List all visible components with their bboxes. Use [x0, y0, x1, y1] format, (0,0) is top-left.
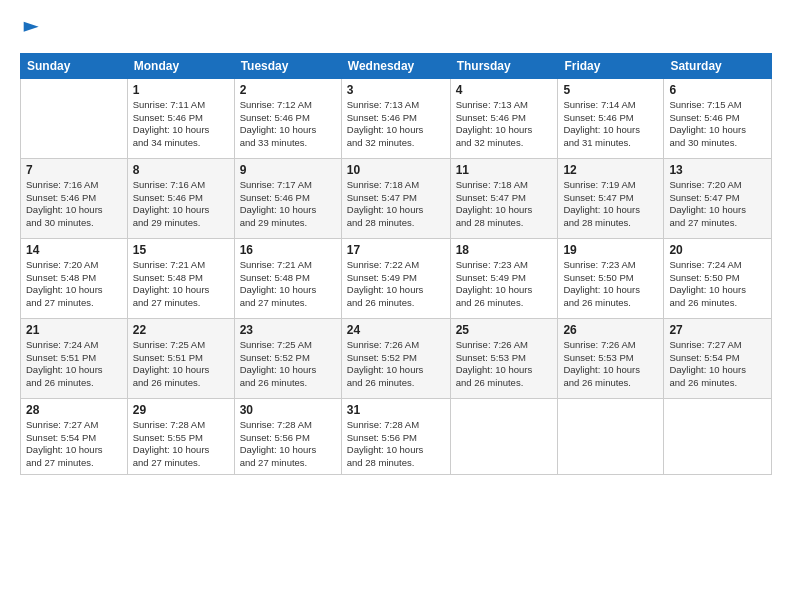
calendar-cell: 11Sunrise: 7:18 AM Sunset: 5:47 PM Dayli…	[450, 158, 558, 238]
day-info: Sunrise: 7:12 AM Sunset: 5:46 PM Dayligh…	[240, 99, 336, 150]
logo-general	[20, 20, 42, 45]
day-number: 21	[26, 323, 122, 337]
day-info: Sunrise: 7:13 AM Sunset: 5:46 PM Dayligh…	[347, 99, 445, 150]
calendar-cell: 14Sunrise: 7:20 AM Sunset: 5:48 PM Dayli…	[21, 238, 128, 318]
weekday-header-row: SundayMondayTuesdayWednesdayThursdayFrid…	[21, 53, 772, 78]
day-info: Sunrise: 7:25 AM Sunset: 5:51 PM Dayligh…	[133, 339, 229, 390]
weekday-header-tuesday: Tuesday	[234, 53, 341, 78]
day-number: 24	[347, 323, 445, 337]
logo-flag-icon	[22, 20, 42, 40]
day-info: Sunrise: 7:16 AM Sunset: 5:46 PM Dayligh…	[26, 179, 122, 230]
day-number: 13	[669, 163, 766, 177]
day-info: Sunrise: 7:27 AM Sunset: 5:54 PM Dayligh…	[669, 339, 766, 390]
weekday-header-wednesday: Wednesday	[341, 53, 450, 78]
day-info: Sunrise: 7:27 AM Sunset: 5:54 PM Dayligh…	[26, 419, 122, 470]
calendar-cell: 12Sunrise: 7:19 AM Sunset: 5:47 PM Dayli…	[558, 158, 664, 238]
day-info: Sunrise: 7:11 AM Sunset: 5:46 PM Dayligh…	[133, 99, 229, 150]
calendar-cell: 15Sunrise: 7:21 AM Sunset: 5:48 PM Dayli…	[127, 238, 234, 318]
calendar-cell: 6Sunrise: 7:15 AM Sunset: 5:46 PM Daylig…	[664, 78, 772, 158]
day-number: 6	[669, 83, 766, 97]
calendar-cell	[664, 398, 772, 474]
calendar-cell: 5Sunrise: 7:14 AM Sunset: 5:46 PM Daylig…	[558, 78, 664, 158]
calendar-cell: 7Sunrise: 7:16 AM Sunset: 5:46 PM Daylig…	[21, 158, 128, 238]
day-info: Sunrise: 7:23 AM Sunset: 5:49 PM Dayligh…	[456, 259, 553, 310]
calendar-cell: 21Sunrise: 7:24 AM Sunset: 5:51 PM Dayli…	[21, 318, 128, 398]
day-number: 20	[669, 243, 766, 257]
page: SundayMondayTuesdayWednesdayThursdayFrid…	[0, 0, 792, 612]
day-info: Sunrise: 7:17 AM Sunset: 5:46 PM Dayligh…	[240, 179, 336, 230]
day-number: 9	[240, 163, 336, 177]
day-number: 19	[563, 243, 658, 257]
calendar-cell: 9Sunrise: 7:17 AM Sunset: 5:46 PM Daylig…	[234, 158, 341, 238]
day-number: 1	[133, 83, 229, 97]
calendar-cell: 22Sunrise: 7:25 AM Sunset: 5:51 PM Dayli…	[127, 318, 234, 398]
day-info: Sunrise: 7:18 AM Sunset: 5:47 PM Dayligh…	[456, 179, 553, 230]
day-number: 7	[26, 163, 122, 177]
day-number: 16	[240, 243, 336, 257]
logo	[20, 20, 42, 45]
day-info: Sunrise: 7:15 AM Sunset: 5:46 PM Dayligh…	[669, 99, 766, 150]
day-info: Sunrise: 7:19 AM Sunset: 5:47 PM Dayligh…	[563, 179, 658, 230]
day-info: Sunrise: 7:24 AM Sunset: 5:50 PM Dayligh…	[669, 259, 766, 310]
calendar-cell: 3Sunrise: 7:13 AM Sunset: 5:46 PM Daylig…	[341, 78, 450, 158]
weekday-header-thursday: Thursday	[450, 53, 558, 78]
day-number: 30	[240, 403, 336, 417]
calendar-table: SundayMondayTuesdayWednesdayThursdayFrid…	[20, 53, 772, 475]
day-number: 26	[563, 323, 658, 337]
day-info: Sunrise: 7:28 AM Sunset: 5:56 PM Dayligh…	[347, 419, 445, 470]
day-info: Sunrise: 7:25 AM Sunset: 5:52 PM Dayligh…	[240, 339, 336, 390]
calendar-cell: 24Sunrise: 7:26 AM Sunset: 5:52 PM Dayli…	[341, 318, 450, 398]
calendar-cell: 25Sunrise: 7:26 AM Sunset: 5:53 PM Dayli…	[450, 318, 558, 398]
svg-marker-0	[24, 22, 39, 32]
day-number: 28	[26, 403, 122, 417]
calendar-cell: 28Sunrise: 7:27 AM Sunset: 5:54 PM Dayli…	[21, 398, 128, 474]
calendar-cell	[558, 398, 664, 474]
day-number: 29	[133, 403, 229, 417]
day-info: Sunrise: 7:20 AM Sunset: 5:48 PM Dayligh…	[26, 259, 122, 310]
day-number: 14	[26, 243, 122, 257]
calendar-cell: 16Sunrise: 7:21 AM Sunset: 5:48 PM Dayli…	[234, 238, 341, 318]
day-number: 11	[456, 163, 553, 177]
day-info: Sunrise: 7:20 AM Sunset: 5:47 PM Dayligh…	[669, 179, 766, 230]
day-number: 4	[456, 83, 553, 97]
day-info: Sunrise: 7:13 AM Sunset: 5:46 PM Dayligh…	[456, 99, 553, 150]
day-number: 25	[456, 323, 553, 337]
day-info: Sunrise: 7:28 AM Sunset: 5:55 PM Dayligh…	[133, 419, 229, 470]
calendar-cell: 20Sunrise: 7:24 AM Sunset: 5:50 PM Dayli…	[664, 238, 772, 318]
day-info: Sunrise: 7:16 AM Sunset: 5:46 PM Dayligh…	[133, 179, 229, 230]
calendar-cell: 19Sunrise: 7:23 AM Sunset: 5:50 PM Dayli…	[558, 238, 664, 318]
day-number: 31	[347, 403, 445, 417]
calendar-cell	[450, 398, 558, 474]
day-info: Sunrise: 7:23 AM Sunset: 5:50 PM Dayligh…	[563, 259, 658, 310]
day-info: Sunrise: 7:22 AM Sunset: 5:49 PM Dayligh…	[347, 259, 445, 310]
day-info: Sunrise: 7:26 AM Sunset: 5:52 PM Dayligh…	[347, 339, 445, 390]
calendar-cell: 31Sunrise: 7:28 AM Sunset: 5:56 PM Dayli…	[341, 398, 450, 474]
header	[20, 20, 772, 45]
day-number: 15	[133, 243, 229, 257]
calendar-cell	[21, 78, 128, 158]
calendar-cell: 8Sunrise: 7:16 AM Sunset: 5:46 PM Daylig…	[127, 158, 234, 238]
day-number: 23	[240, 323, 336, 337]
day-number: 12	[563, 163, 658, 177]
day-number: 2	[240, 83, 336, 97]
day-number: 17	[347, 243, 445, 257]
day-number: 5	[563, 83, 658, 97]
day-number: 8	[133, 163, 229, 177]
day-info: Sunrise: 7:26 AM Sunset: 5:53 PM Dayligh…	[563, 339, 658, 390]
calendar-cell: 1Sunrise: 7:11 AM Sunset: 5:46 PM Daylig…	[127, 78, 234, 158]
weekday-header-monday: Monday	[127, 53, 234, 78]
calendar-cell: 10Sunrise: 7:18 AM Sunset: 5:47 PM Dayli…	[341, 158, 450, 238]
day-info: Sunrise: 7:14 AM Sunset: 5:46 PM Dayligh…	[563, 99, 658, 150]
calendar-cell: 18Sunrise: 7:23 AM Sunset: 5:49 PM Dayli…	[450, 238, 558, 318]
day-info: Sunrise: 7:28 AM Sunset: 5:56 PM Dayligh…	[240, 419, 336, 470]
calendar-cell: 13Sunrise: 7:20 AM Sunset: 5:47 PM Dayli…	[664, 158, 772, 238]
weekday-header-sunday: Sunday	[21, 53, 128, 78]
day-number: 22	[133, 323, 229, 337]
calendar-cell: 23Sunrise: 7:25 AM Sunset: 5:52 PM Dayli…	[234, 318, 341, 398]
day-info: Sunrise: 7:24 AM Sunset: 5:51 PM Dayligh…	[26, 339, 122, 390]
day-info: Sunrise: 7:21 AM Sunset: 5:48 PM Dayligh…	[240, 259, 336, 310]
calendar-cell: 4Sunrise: 7:13 AM Sunset: 5:46 PM Daylig…	[450, 78, 558, 158]
calendar-cell: 30Sunrise: 7:28 AM Sunset: 5:56 PM Dayli…	[234, 398, 341, 474]
calendar-cell: 2Sunrise: 7:12 AM Sunset: 5:46 PM Daylig…	[234, 78, 341, 158]
calendar-cell: 26Sunrise: 7:26 AM Sunset: 5:53 PM Dayli…	[558, 318, 664, 398]
